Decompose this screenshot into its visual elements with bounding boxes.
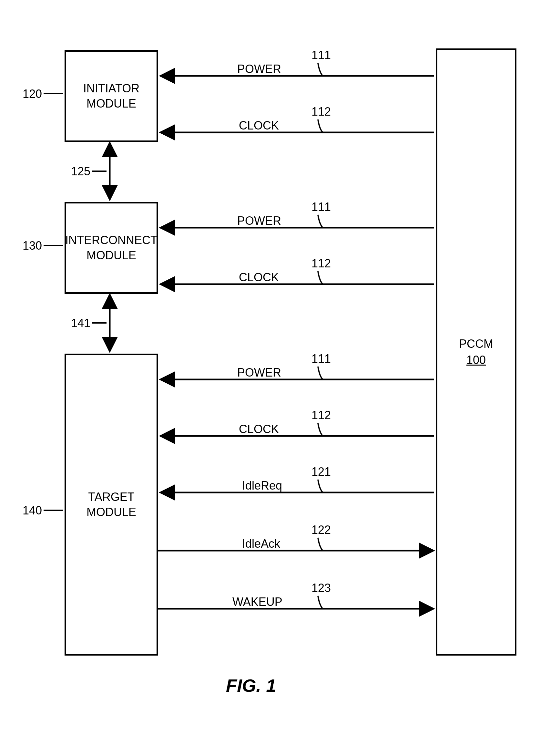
ref-141: 141 <box>71 317 90 330</box>
ref-121: 121 <box>312 465 331 479</box>
ref-130: 130 <box>23 239 42 252</box>
ref-122: 122 <box>312 523 331 537</box>
ref-111-a: 111 <box>312 49 331 62</box>
signal-power-c: POWER <box>237 366 281 379</box>
pccm-number: 100 <box>467 353 486 367</box>
ref-123: 123 <box>312 581 331 595</box>
signal-power-b: POWER <box>237 214 281 228</box>
ref-140: 140 <box>23 504 42 517</box>
target-label: TARGET MODULE <box>86 490 136 520</box>
interconnect-label: INTERCONNECT MODULE <box>65 233 158 263</box>
ref-112-b: 112 <box>312 257 331 270</box>
initiator-module-box: INITIATOR MODULE <box>65 50 158 142</box>
pccm-box: PCCM 100 <box>436 49 516 656</box>
signal-idlereq: IdleReq <box>242 479 282 493</box>
ref-125: 125 <box>71 165 90 178</box>
ref-111-b: 111 <box>312 200 331 214</box>
ref-120: 120 <box>23 87 42 101</box>
ref-112-c: 112 <box>312 408 331 422</box>
signal-wakeup: WAKEUP <box>232 595 282 609</box>
pccm-title: PCCM <box>459 337 493 351</box>
signal-power-a: POWER <box>237 62 281 76</box>
signal-clock-b: CLOCK <box>239 271 279 284</box>
target-module-box: TARGET MODULE <box>65 354 158 656</box>
interconnect-module-box: INTERCONNECT MODULE <box>65 202 158 294</box>
diagram-container: PCCM 100 INITIATOR MODULE INTERCONNECT M… <box>0 0 540 756</box>
initiator-label: INITIATOR MODULE <box>83 81 140 111</box>
ref-111-c: 111 <box>312 352 331 366</box>
signal-idleack: IdleAck <box>242 537 280 550</box>
signal-clock-a: CLOCK <box>239 119 279 132</box>
ref-112-a: 112 <box>312 105 331 118</box>
signal-clock-c: CLOCK <box>239 422 279 436</box>
figure-label: FIG. 1 <box>226 675 276 696</box>
